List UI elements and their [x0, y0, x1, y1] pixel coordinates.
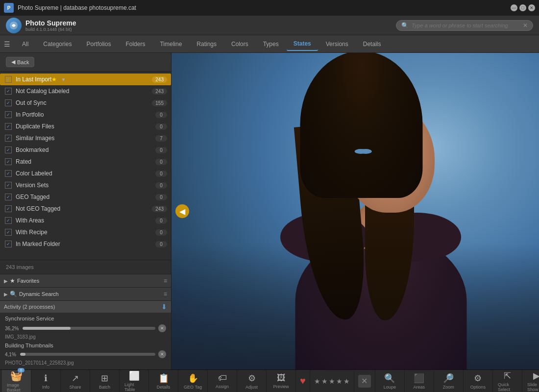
nav-tab-timeline[interactable]: Timeline [153, 38, 189, 50]
rating-section: ♥ [296, 370, 310, 392]
minimize-button[interactable]: — [511, 4, 517, 11]
state-item-color-labeled[interactable]: ✓Color Labeled0 [0, 168, 171, 179]
nav-tab-categories[interactable]: Categories [36, 38, 78, 50]
state-checkbox[interactable]: ✓ [5, 76, 12, 83]
assign-icon: 🏷 [218, 373, 227, 383]
geo-tag-button[interactable]: ✋ GEO Tag [178, 370, 208, 392]
heart-icon[interactable]: ♥ [300, 375, 306, 387]
share-button[interactable]: ↗ Share [61, 370, 90, 392]
state-checkbox[interactable]: ✓ [5, 158, 12, 165]
titlebar-controls[interactable]: — □ ✕ [511, 4, 535, 11]
options-button[interactable]: ⚙ Options [464, 370, 493, 392]
state-item-version-sets[interactable]: ✓Version Sets0 [0, 179, 171, 191]
nav-tab-colors[interactable]: Colors [224, 38, 255, 50]
state-item-in-marked-folder[interactable]: ✓In Marked Folder0 [0, 238, 171, 250]
quick-select-label: Quick Select [498, 382, 517, 392]
state-checkbox[interactable]: ✓ [5, 123, 12, 130]
zoom-button[interactable]: 🔎 Zoom [434, 370, 464, 392]
adjust-label: Adjust [245, 385, 258, 390]
state-item-not-geo-tagged[interactable]: ✓Not GEO Tagged243 [0, 203, 171, 215]
state-checkbox[interactable]: ✓ [5, 194, 12, 200]
quick-select-button[interactable]: ⇱ Quick Select [493, 370, 522, 392]
favorites-menu-icon[interactable]: ≡ [164, 277, 167, 284]
state-checkbox[interactable]: ✓ [5, 88, 12, 95]
app-icon: P [4, 3, 14, 13]
search-box[interactable]: 🔍 ✕ [396, 20, 533, 31]
state-item-not-catalog-labeled[interactable]: ✓Not Catalog Labeled243 [0, 85, 171, 97]
info-button[interactable]: ℹ Info [31, 370, 61, 392]
state-checkbox[interactable]: ✓ [5, 229, 12, 236]
progress1-bar [23, 327, 155, 330]
state-checkbox[interactable]: ✓ [5, 99, 12, 106]
maximize-button[interactable]: □ [519, 4, 526, 11]
back-button[interactable]: ◀ Back [6, 57, 34, 67]
state-checkbox[interactable]: ✓ [5, 241, 12, 247]
download-icon: ⬇ [161, 303, 167, 311]
nav-tab-types[interactable]: Types [256, 38, 286, 50]
star3-icon[interactable]: ★ [329, 377, 335, 385]
logo-area: Photo Supreme build 4.1.0.1448 (64 bit) [6, 18, 76, 33]
batch-button[interactable]: ⊞ Batch [90, 370, 120, 392]
state-count: 0 [155, 241, 167, 247]
dynamic-search-panel-header[interactable]: ▶ 🔍 Dynamic Search ≡ [0, 288, 171, 300]
geo-tag-icon: ✋ [188, 373, 198, 384]
state-checkbox[interactable]: ✓ [5, 217, 12, 224]
assign-button[interactable]: 🏷 Assign [208, 370, 237, 392]
nav-tab-versions[interactable]: Versions [319, 38, 355, 50]
state-item-duplicate-files[interactable]: ✓Duplicate Files0 [0, 121, 171, 132]
slide-show-button[interactable]: ▶ Slide Show [522, 370, 539, 392]
search-clear-icon[interactable]: ✕ [523, 22, 528, 29]
state-checkbox[interactable]: ✓ [5, 170, 12, 177]
state-item-in-portfolio[interactable]: ✓In Portfolio0 [0, 109, 171, 121]
progress2-cancel-button[interactable]: ✕ [158, 350, 166, 358]
state-item-in-last-import[interactable]: ✓In Last Import★▼243 [0, 74, 171, 85]
loupe-button[interactable]: 🔍 Loupe [375, 370, 405, 392]
activity-label: Activity (2 processes) [4, 304, 55, 310]
details-button[interactable]: 📋 Details [149, 370, 178, 392]
photo-prev-button[interactable]: ◀ [175, 204, 189, 218]
star1-icon[interactable]: ★ [314, 377, 320, 385]
state-item-with-recipe[interactable]: ✓With Recipe0 [0, 226, 171, 238]
options-label: Options [470, 385, 486, 390]
state-item-geo-tagged[interactable]: ✓GEO Tagged0 [0, 191, 171, 203]
state-item-with-areas[interactable]: ✓With Areas0 [0, 215, 171, 226]
state-count: 0 [155, 229, 167, 236]
nav-tab-folders[interactable]: Folders [119, 38, 152, 50]
search-input[interactable] [412, 23, 523, 28]
state-checkbox[interactable]: ✓ [5, 205, 12, 212]
preview-icon: 🖼 [277, 373, 286, 383]
nav-tab-ratings[interactable]: Ratings [190, 38, 223, 50]
reject-button[interactable]: ✕ [358, 375, 371, 388]
progress2-filename: PHOTO_20170114_225823.jpg [5, 360, 166, 366]
state-item-rated[interactable]: ✓Rated0 [0, 156, 171, 168]
star5-icon[interactable]: ★ [343, 377, 350, 385]
menu-icon[interactable]: ☰ [4, 40, 10, 48]
sync-title: Synchronise Service [5, 316, 166, 321]
nav-tab-states[interactable]: States [287, 37, 318, 51]
state-label: Not Catalog Labeled [16, 88, 152, 95]
state-item-similar-images[interactable]: ✓Similar Images7 [0, 132, 171, 144]
nav-tab-all[interactable]: All [15, 38, 35, 50]
preview-button[interactable]: 🖼 Preview [267, 370, 296, 392]
close-button[interactable]: ✕ [528, 4, 535, 11]
star4-icon[interactable]: ★ [336, 377, 343, 385]
titlebar: P Photo Supreme | database photosupreme.… [0, 0, 539, 16]
progress1-cancel-button[interactable]: ✕ [158, 324, 166, 332]
adjust-button[interactable]: ⚙ Adjust [237, 370, 267, 392]
nav-tab-details[interactable]: Details [356, 38, 388, 50]
state-checkbox[interactable]: ✓ [5, 111, 12, 118]
state-label: In Last Import★▼ [16, 76, 152, 83]
nav-tab-portfolios[interactable]: Portfolios [79, 38, 118, 50]
image-basket-button[interactable]: 🧺 0 Image Basket [2, 370, 31, 392]
favorites-panel-header[interactable]: ▶ ★ Favorites ≡ [0, 274, 171, 287]
state-checkbox[interactable]: ✓ [5, 135, 12, 142]
areas-button[interactable]: ⬛ Areas [405, 370, 434, 392]
state-item-bookmarked[interactable]: ✓Bookmarked0 [0, 144, 171, 156]
dynamic-search-menu-icon[interactable]: ≡ [164, 291, 167, 297]
zoom-icon: 🔎 [443, 373, 454, 384]
star2-icon[interactable]: ★ [321, 377, 328, 385]
state-item-out-of-sync[interactable]: ✓Out of Sync155 [0, 97, 171, 109]
state-checkbox[interactable]: ✓ [5, 182, 12, 189]
light-table-button[interactable]: ⬜ Light Table [120, 370, 149, 392]
state-checkbox[interactable]: ✓ [5, 147, 12, 153]
